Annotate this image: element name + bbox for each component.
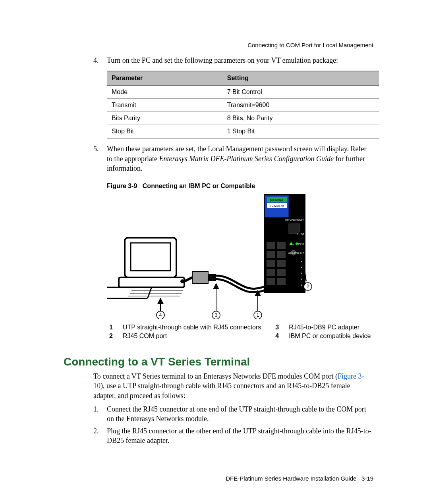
table-row: Stop Bit 1 Stop Bit	[107, 125, 379, 139]
svg-rect-23	[277, 278, 286, 285]
svg-point-28	[301, 261, 302, 262]
svg-point-31	[301, 279, 302, 280]
col-setting: Setting	[222, 71, 379, 85]
legend-text: RJ45-to-DB9 PC adapter	[286, 323, 379, 332]
figure-caption: Figure 3-9 Connecting an IBM PC or Compa…	[107, 183, 373, 190]
adapter-icon	[184, 271, 216, 283]
list-item: 4. Turn on the PC and set the following …	[93, 56, 373, 65]
cell-param: Mode	[107, 85, 222, 99]
diagram-svg: Gb ENET 7G4285-49 OFFLINE/RESET COM CPU …	[107, 192, 321, 319]
cell-param: Stop Bit	[107, 125, 222, 139]
table-row: Bits Parity 8 Bits, No Parity	[107, 112, 379, 125]
offline-label: OFFLINE/RESET	[285, 219, 304, 221]
legend-text: UTP straight-through cable with RJ45 con…	[120, 323, 273, 332]
cell-param: Transmit	[107, 99, 222, 112]
svg-rect-8	[208, 274, 216, 281]
svg-rect-22	[267, 278, 275, 285]
figure-title: Connecting an IBM PC or Compatible	[143, 183, 255, 189]
callout-2: 2	[307, 284, 309, 289]
svg-line-9	[184, 277, 192, 281]
list-number: 1.	[93, 404, 107, 424]
device-module-icon: Gb ENET 7G4285-49 OFFLINE/RESET COM CPU …	[264, 194, 305, 293]
list-item: 2. Plug the RJ45 connector at the other …	[93, 426, 373, 446]
device-label-top: Gb ENET	[270, 198, 284, 202]
cell-setting: Transmit=9600	[222, 99, 379, 112]
mgmt-label: MGMT	[290, 243, 296, 246]
list-text: Plug the RJ45 connector at the other end…	[107, 426, 373, 446]
list-text: Turn on the PC and set the following par…	[107, 56, 373, 65]
list-text: When these parameters are set, the Local…	[107, 144, 373, 173]
svg-rect-19	[277, 260, 286, 267]
paragraph: To connect a VT Series terminal to an En…	[93, 371, 373, 400]
footer-page: 3-19	[361, 475, 373, 482]
pc-icon	[107, 238, 184, 298]
list-text: Connect the RJ45 connector at one end of…	[107, 404, 373, 424]
legend-text: IBM PC or compatible device	[286, 332, 379, 340]
page-footer: DFE-Platinum Series Hardware Installatio…	[226, 475, 373, 482]
callout-3: 3	[215, 312, 218, 318]
svg-rect-14	[267, 242, 275, 249]
ordered-list-continued: 4. Turn on the PC and set the following …	[93, 56, 373, 65]
group-label: GROUP SELECT	[288, 252, 304, 254]
ordered-list-continued: 5. When these parameters are set, the Lo…	[93, 144, 373, 173]
list-number: 5.	[93, 144, 107, 173]
figure-legend: 1 UTP straight-through cable with RJ45 c…	[107, 323, 379, 340]
ordered-list: 1. Connect the RJ45 connector at one end…	[93, 404, 373, 445]
svg-rect-17	[277, 251, 286, 258]
svg-rect-3	[107, 287, 152, 298]
svg-rect-18	[267, 260, 275, 267]
cell-setting: 8 Bits, No Parity	[222, 112, 379, 125]
svg-rect-16	[267, 251, 275, 258]
svg-rect-1	[131, 243, 170, 271]
svg-point-29	[301, 267, 302, 268]
device-label-sub: 7G4285-49	[270, 204, 284, 207]
svg-rect-15	[277, 242, 286, 249]
legend-num: 3	[273, 323, 286, 332]
svg-rect-20	[267, 269, 275, 276]
text-run: To connect a VT Series terminal to an En…	[93, 372, 338, 380]
parameters-table: Parameter Setting Mode 7 Bit Control Tra…	[107, 71, 379, 139]
legend-num: 4	[273, 332, 286, 340]
text-italic: Enterasys Matrix DFE-Platinum Series Con…	[159, 155, 333, 163]
section-heading: Connecting to a VT Series Terminal	[64, 356, 373, 368]
pc-serial-port	[180, 279, 184, 283]
list-number: 2.	[93, 426, 107, 446]
col-parameter: Parameter	[107, 71, 222, 85]
page: Connecting to COM Port for Local Managem…	[0, 0, 429, 504]
running-header: Connecting to COM Port for Local Managem…	[247, 42, 373, 48]
footer-guide: DFE-Platinum Series Hardware Installatio…	[226, 475, 356, 482]
svg-point-26	[296, 242, 298, 245]
callout-4: 4	[159, 312, 162, 318]
cell-setting: 1 Stop Bit	[222, 125, 379, 139]
svg-rect-21	[277, 269, 286, 276]
cell-param: Bits Parity	[107, 112, 222, 125]
legend-num: 1	[107, 323, 120, 332]
list-number: 4.	[93, 56, 107, 65]
figure-image: Gb ENET 7G4285-49 OFFLINE/RESET COM CPU …	[107, 192, 373, 321]
list-item: 5. When these parameters are set, the Lo…	[93, 144, 373, 173]
text-run: ), use a UTP straight-through cable with…	[93, 382, 350, 399]
com-label: COM	[298, 233, 304, 235]
list-item: 1. Connect the RJ45 connector at one end…	[93, 404, 373, 424]
table-row: Mode 7 Bit Control	[107, 85, 379, 99]
svg-rect-2	[119, 277, 184, 287]
figure-label: Figure 3-9	[107, 183, 137, 189]
svg-rect-7	[192, 271, 208, 283]
legend-text: RJ45 COM port	[120, 332, 273, 340]
svg-point-30	[301, 273, 302, 274]
svg-point-32	[301, 285, 302, 286]
cell-setting: 7 Bit Control	[222, 85, 379, 99]
callout-1: 1	[257, 312, 259, 318]
svg-rect-24	[289, 224, 300, 233]
legend-num: 2	[107, 332, 120, 340]
table-row: Transmit Transmit=9600	[107, 99, 379, 112]
